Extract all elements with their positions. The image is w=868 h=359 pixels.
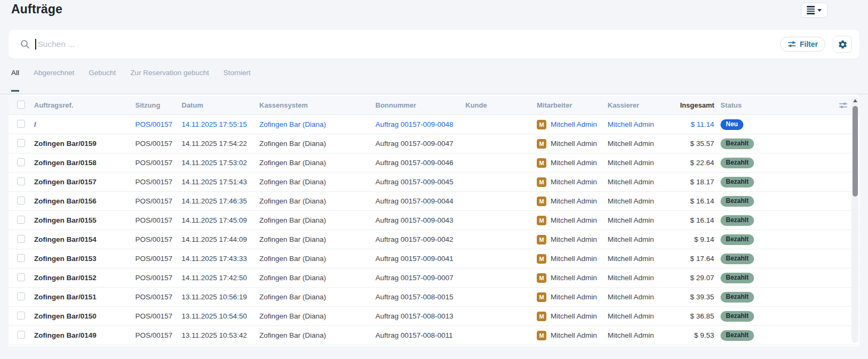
row-checkbox[interactable] [17,235,25,243]
cell-sitzung: POS/00157 [135,274,182,282]
list-view-icon [807,6,815,14]
table-row[interactable]: Zofingen Bar/0155 POS/00157 14.11.2025 1… [9,211,859,230]
avatar: M [537,312,546,321]
row-checkbox[interactable] [17,197,25,205]
row-checkbox[interactable] [17,273,25,281]
mitarbeiter-name: Mitchell Admin [551,255,597,263]
cell-insgesamt: $ 18.17 [680,178,714,186]
settings-button[interactable] [833,36,852,53]
column-header-datum[interactable]: Datum [182,101,259,109]
cell-kassensystem: Zofingen Bar (Diana) [259,140,375,148]
vertical-scrollbar[interactable] [851,97,858,343]
column-header-mitarbeiter[interactable]: Mitarbeiter [537,101,608,109]
filter-tab[interactable]: Gebucht [89,68,116,92]
cell-mitarbeiter: M Mitchell Admin [537,254,608,264]
cell-auftragsref: Zofingen Bar/0159 [34,140,135,148]
avatar: M [537,292,546,302]
status-badge: Bezahlt [720,273,754,283]
status-badge: Bezahlt [720,254,754,264]
cell-kassensystem: Zofingen Bar (Diana) [259,159,375,167]
row-checkbox[interactable] [17,312,25,320]
cell-mitarbeiter: M Mitchell Admin [537,120,608,129]
column-header-kassierer[interactable]: Kassierer [608,101,680,109]
view-switcher-button[interactable] [801,3,828,18]
cell-auftragsref: Zofingen Bar/0149 [34,331,135,339]
cell-mitarbeiter: M Mitchell Admin [537,312,608,321]
cell-mitarbeiter: M Mitchell Admin [537,197,608,206]
cell-status: Bezahlt [714,138,790,149]
cell-auftragsref: / [34,120,135,128]
cell-bonnummer: Auftrag 00157-009-0042 [375,235,465,243]
filter-button[interactable]: Filter [780,37,825,52]
table-row[interactable]: Zofingen Bar/0151 POS/00157 13.11.2025 1… [9,288,859,307]
column-config-icon[interactable] [824,101,848,109]
scrollbar-thumb[interactable] [853,106,858,197]
table-row[interactable]: Zofingen Bar/0152 POS/00157 14.11.2025 1… [9,268,859,288]
cell-kassensystem: Zofingen Bar (Diana) [259,120,375,128]
cell-bonnummer: Auftrag 00157-008-0011 [375,331,465,339]
cell-kassierer: Mitchell Admin [608,293,680,301]
row-checkbox[interactable] [17,216,25,224]
status-badge: Neu [720,119,743,130]
cell-sitzung: POS/00157 [135,140,182,148]
column-header-kassensystem[interactable]: Kassensystem [259,101,375,109]
cell-datum: 14.11.2025 17:53:02 [182,159,259,167]
table-row[interactable]: Zofingen Bar/0149 POS/00157 13.11.2025 1… [9,326,859,345]
filter-tab[interactable]: All [11,68,19,92]
table-row[interactable]: Zofingen Bar/0158 POS/00157 14.11.2025 1… [9,153,859,173]
table-row[interactable]: Zofingen Bar/0157 POS/00157 14.11.2025 1… [9,173,859,192]
column-header-bonnummer[interactable]: Bonnummer [375,101,465,109]
column-header-auftragsref[interactable]: Auftragsref. [34,101,135,109]
filter-tab[interactable]: Storniert [223,68,250,92]
avatar: M [537,120,546,129]
cell-status: Bezahlt [714,254,790,264]
avatar: M [537,197,546,206]
table-row[interactable]: Zofingen Bar/0153 POS/00157 14.11.2025 1… [9,249,859,268]
row-checkbox[interactable] [17,139,25,147]
cell-bonnummer: Auftrag 00157-009-0007 [375,274,465,282]
status-badge: Bezahlt [720,215,754,226]
search-input[interactable] [38,39,780,49]
status-badge: Bezahlt [720,196,754,207]
scrollbar-up-arrow[interactable] [853,99,857,102]
cell-bonnummer: Auftrag 00157-009-0041 [375,255,465,263]
table-row[interactable]: / POS/00157 14.11.2025 17:55:15 Zofingen… [9,115,859,134]
status-badge: Bezahlt [720,234,754,245]
table-row[interactable]: Zofingen Bar/0159 POS/00157 14.11.2025 1… [9,134,859,153]
mitarbeiter-name: Mitchell Admin [551,331,597,339]
cell-kassensystem: Zofingen Bar (Diana) [259,178,375,186]
cell-sitzung: POS/00157 [135,197,182,205]
row-checkbox[interactable] [17,331,25,339]
mitarbeiter-name: Mitchell Admin [551,159,597,167]
mitarbeiter-name: Mitchell Admin [551,312,597,320]
mitarbeiter-name: Mitchell Admin [551,120,597,128]
filter-tab[interactable]: Zur Reservation gebucht [130,68,209,92]
row-checkbox[interactable] [17,120,25,128]
select-all-checkbox[interactable] [17,101,25,109]
row-checkbox[interactable] [17,158,25,166]
cell-bonnummer: Auftrag 00157-009-0048 [375,120,465,128]
cell-status: Bezahlt [714,177,790,187]
column-header-sitzung[interactable]: Sitzung [135,101,182,109]
column-header-kunde[interactable]: Kunde [465,101,537,109]
table-row[interactable]: Zofingen Bar/0156 POS/00157 14.11.2025 1… [9,192,859,211]
cell-insgesamt: $ 16.14 [680,216,714,224]
row-checkbox[interactable] [17,254,25,262]
column-header-status[interactable]: Status [714,101,790,109]
column-header-insgesamt[interactable]: Insgesamt [680,101,714,109]
table-row[interactable]: Zofingen Bar/0154 POS/00157 14.11.2025 1… [9,230,859,249]
cell-mitarbeiter: M Mitchell Admin [537,292,608,302]
cell-sitzung: POS/00157 [135,255,182,263]
row-checkbox[interactable] [17,177,25,185]
table-row[interactable]: Zofingen Bar/0150 POS/00157 13.11.2025 1… [9,307,859,326]
cell-kassierer: Mitchell Admin [608,120,680,128]
cell-kassensystem: Zofingen Bar (Diana) [259,331,375,339]
filter-tab[interactable]: Abgerechnet [34,68,75,92]
cell-status: Bezahlt [714,196,790,207]
cell-datum: 13.11.2025 10:53:42 [182,331,259,339]
row-checkbox[interactable] [17,292,25,300]
cell-kassierer: Mitchell Admin [608,159,680,167]
mitarbeiter-name: Mitchell Admin [551,140,597,148]
status-badge: Bezahlt [720,138,754,149]
cell-datum: 13.11.2025 10:56:19 [182,293,259,301]
